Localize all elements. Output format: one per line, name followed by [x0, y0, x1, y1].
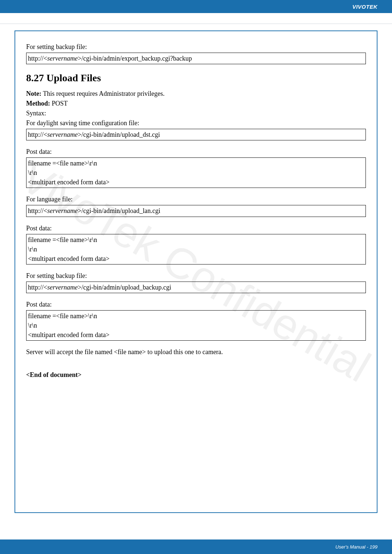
code-upload-backup: http://<servername>/cgi-bin/admin/upload…: [26, 282, 366, 293]
label-setting-backup-export: For setting backup file:: [26, 42, 366, 52]
code-export-backup: http://<servername>/cgi-bin/admin/export…: [26, 53, 366, 64]
end-of-document: <End of document>: [26, 370, 366, 380]
header-bar: VIVOTEK: [0, 0, 392, 13]
lang-label: For language file:: [26, 194, 366, 204]
code-upload-lan: http://<servername>/cgi-bin/admin/upload…: [26, 205, 366, 217]
post-data-label-2: Post data:: [26, 223, 366, 233]
dst-label: For daylight saving time configuration f…: [26, 118, 366, 128]
method-line: Method: POST: [26, 99, 366, 108]
backup-label: For setting backup file:: [26, 271, 366, 281]
code-post-data-1: filename =<file name>\r\n \r\n <multipar…: [26, 157, 366, 188]
brand-text: VIVOTEK: [352, 4, 377, 10]
post-data-label-3: Post data:: [26, 300, 366, 309]
section-title: 8.27 Upload Files: [26, 72, 366, 84]
server-note: Server will accept the file named <file …: [26, 347, 366, 357]
code-post-data-3: filename =<file name>\r\n \r\n <multipar…: [26, 310, 366, 341]
code-post-data-2: filename =<file name>\r\n \r\n <multipar…: [26, 234, 366, 264]
syntax-label: Syntax:: [26, 108, 366, 118]
document-sheet: VivoTek Confidential For setting backup …: [15, 30, 377, 513]
note-line: Note: This request requires Administrato…: [26, 89, 366, 99]
post-data-label-1: Post data:: [26, 147, 366, 157]
footer-text: User's Manual - 199: [335, 544, 377, 550]
code-upload-dst: http://<servername>/cgi-bin/admin/upload…: [26, 129, 366, 140]
footer-bar: User's Manual - 199: [0, 539, 392, 554]
header-gap: [0, 13, 392, 24]
